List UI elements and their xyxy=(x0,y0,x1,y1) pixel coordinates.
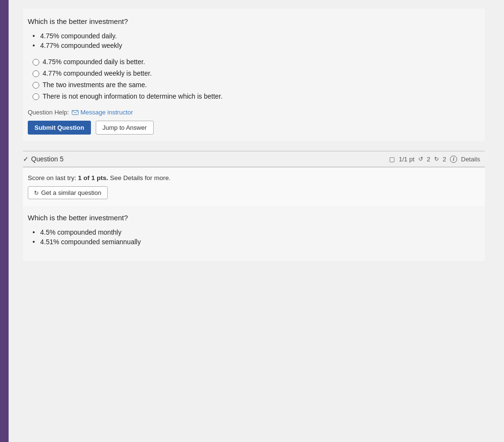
score-text: Score on last try: 1 of 1 pts. See Detai… xyxy=(28,174,475,181)
score-block: Score on last try: 1 of 1 pts. See Detai… xyxy=(23,167,485,206)
q5-bullet-1: 4.5% compounded monthly xyxy=(33,228,475,236)
score-suffix: See Details for more. xyxy=(108,174,171,181)
radio-circle-3[interactable] xyxy=(33,82,39,89)
points-display: 1/1 pt xyxy=(399,156,414,163)
q5-bullet-2: 4.51% compounded semiannually xyxy=(33,238,475,246)
content-area: Which is the better investment? 4.75% co… xyxy=(9,0,504,271)
q5-bullets: 4.5% compounded monthly 4.51% compounded… xyxy=(33,228,475,246)
question5-label: ✓ Question 5 xyxy=(23,155,64,163)
radio-circle-2[interactable] xyxy=(33,70,39,77)
message-instructor-label: Message instructor xyxy=(80,109,133,116)
check-icon: ✓ xyxy=(23,155,29,163)
redo-icon[interactable]: ↻ xyxy=(434,156,439,162)
radio-label-2: 4.77% compounded weekly is better. xyxy=(43,69,152,77)
question-help-label: Question Help: xyxy=(28,109,69,116)
radio-option-2[interactable]: 4.77% compounded weekly is better. xyxy=(33,69,475,77)
bookmark-icon: ▢ xyxy=(389,156,395,163)
radio-label-3: The two investments are the same. xyxy=(43,81,147,89)
radio-option-4[interactable]: There is not enough information to deter… xyxy=(33,92,475,100)
details-link[interactable]: Details xyxy=(461,156,480,163)
refresh-icon: ↻ xyxy=(34,190,39,196)
button-row: Submit Question Jump to Answer xyxy=(28,121,475,135)
radio-circle-4[interactable] xyxy=(33,93,39,100)
question5-row: ✓ Question 5 ▢ 1/1 pt ↺ 2 ↻ 2 i Details xyxy=(23,151,485,167)
question-bullets: 4.75% compounded daily. 4.77% compounded… xyxy=(33,32,475,49)
question-help-row: Question Help: Message instructor xyxy=(28,109,475,116)
question-block-top: Which is the better investment? 4.75% co… xyxy=(23,9,485,141)
radio-option-3[interactable]: The two investments are the same. xyxy=(33,81,475,89)
page-wrapper: Which is the better investment? 4.75% co… xyxy=(0,0,504,442)
undo-icon[interactable]: ↺ xyxy=(418,156,423,162)
meta-row: ▢ 1/1 pt ↺ 2 ↻ 2 i Details xyxy=(389,156,480,163)
radio-options: 4.75% compounded daily is better. 4.77% … xyxy=(33,58,475,100)
undo-count: 2 xyxy=(427,156,430,163)
message-instructor-link[interactable]: Message instructor xyxy=(72,109,133,116)
score-prefix: Score on last try: xyxy=(28,174,78,181)
jump-to-answer-button[interactable]: Jump to Answer xyxy=(96,121,154,135)
info-icon[interactable]: i xyxy=(450,156,457,163)
submit-question-button[interactable]: Submit Question xyxy=(28,121,91,135)
left-accent-bar xyxy=(0,0,9,442)
radio-label-1: 4.75% compounded daily is better. xyxy=(43,58,145,66)
redo-count: 2 xyxy=(443,156,446,163)
radio-option-1[interactable]: 4.75% compounded daily is better. xyxy=(33,58,475,66)
bullet-item-1: 4.75% compounded daily. xyxy=(33,32,475,40)
radio-label-4: There is not enough information to deter… xyxy=(43,92,223,100)
question-title: Which is the better investment? xyxy=(28,17,475,25)
question5-content: Which is the better investment? 4.5% com… xyxy=(23,206,485,261)
mail-icon xyxy=(72,110,78,115)
radio-circle-1[interactable] xyxy=(33,59,39,66)
score-value: 1 of 1 pts. xyxy=(78,174,108,181)
question5-section-label: Question 5 xyxy=(31,155,64,163)
get-similar-question-button[interactable]: ↻ Get a similar question xyxy=(28,186,108,199)
bullet-item-2: 4.77% compounded weekly xyxy=(33,42,475,49)
similar-label: Get a similar question xyxy=(41,189,101,196)
q5-title: Which is the better investment? xyxy=(28,214,475,222)
